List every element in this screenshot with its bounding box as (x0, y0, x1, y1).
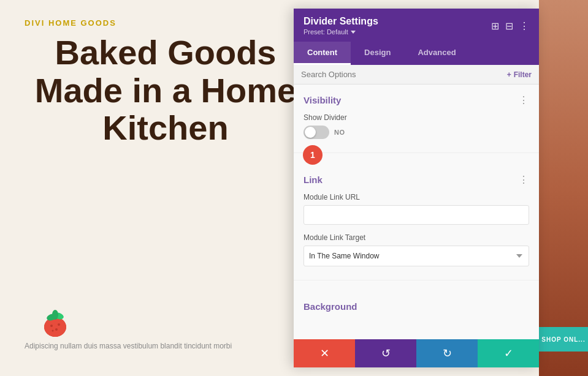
panel-title: Divider Settings (304, 16, 378, 27)
panel-bottom-bar: ✕ ↺ ↻ ✓ (294, 339, 539, 367)
filter-icon: + (507, 70, 511, 79)
svg-point-3 (55, 328, 58, 331)
preset-selector[interactable]: Preset: Default (304, 28, 378, 36)
filter-button[interactable]: + Filter (507, 70, 532, 79)
shop-online-bar[interactable]: SHOP ONL... (539, 327, 588, 352)
filter-label: Filter (514, 70, 532, 79)
save-button[interactable]: ✓ (478, 339, 539, 367)
panel-header: Divider Settings Preset: Default ⊞ ⊟ ⋮ (294, 9, 539, 42)
visibility-section-menu-icon[interactable]: ⋮ (519, 94, 529, 106)
module-link-url-input[interactable] (304, 205, 529, 225)
brand-label: DIVI HOME GOODS (25, 18, 116, 28)
tab-advanced-label: Advanced (418, 48, 456, 57)
visibility-section-header: Visibility ⋮ (304, 94, 529, 106)
svg-point-8 (52, 310, 58, 320)
section-spacer (294, 153, 539, 164)
layout-icon[interactable]: ⊟ (505, 20, 513, 32)
step-badge: 1 (303, 145, 323, 165)
module-link-url-row: Module Link URL (304, 193, 529, 225)
undo-icon: ↺ (381, 347, 391, 360)
link-section: Link ⋮ Module Link URL Module Link Targe… (294, 164, 539, 280)
module-link-target-row: Module Link Target In The Same Window In… (304, 233, 529, 266)
module-link-target-select[interactable]: In The Same Window In The New Tab (304, 246, 529, 266)
preset-label: Preset: Default (304, 28, 348, 36)
visibility-section-title: Visibility (304, 95, 341, 105)
toggle-knob (305, 127, 316, 138)
tab-content[interactable]: Content (294, 42, 351, 65)
save-icon: ✓ (504, 347, 513, 360)
page-title: Baked Goods Made in a Home Kitchen (25, 34, 307, 147)
settings-panel: Divider Settings Preset: Default ⊞ ⊟ ⋮ C… (294, 9, 539, 367)
undo-button[interactable]: ↺ (355, 339, 416, 367)
show-divider-row: Show Divider NO (304, 113, 529, 139)
panel-header-left: Divider Settings Preset: Default (304, 16, 378, 36)
link-section-title: Link (304, 175, 323, 185)
panel-tabs: Content Design Advanced (294, 42, 539, 65)
more-options-icon[interactable]: ⋮ (519, 20, 529, 32)
cancel-icon: ✕ (320, 347, 329, 360)
show-divider-toggle-wrapper: NO (304, 126, 529, 139)
search-input[interactable] (301, 70, 424, 79)
redo-button[interactable]: ↻ (416, 339, 478, 367)
svg-point-1 (44, 317, 66, 337)
link-section-header: Link ⋮ (304, 174, 529, 186)
toggle-value-label: NO (334, 129, 345, 136)
search-bar: + Filter (294, 65, 539, 85)
section-spacer-2 (294, 280, 539, 291)
tab-design[interactable]: Design (351, 42, 404, 65)
panel-header-icons: ⊞ ⊟ ⋮ (491, 20, 529, 32)
footer-text: Adipiscing nullam duis massa vestibulum … (25, 341, 294, 352)
panel-body: Visibility ⋮ Show Divider NO Link ⋮ (294, 85, 539, 339)
background-section-peek: Background (294, 291, 539, 314)
tab-advanced[interactable]: Advanced (404, 42, 469, 65)
desktop-icon[interactable]: ⊞ (491, 20, 499, 32)
tab-content-label: Content (307, 48, 337, 57)
background-section-title: Background (304, 301, 529, 312)
module-link-url-label: Module Link URL (304, 193, 529, 201)
show-divider-toggle[interactable] (304, 126, 329, 139)
visibility-section: Visibility ⋮ Show Divider NO (294, 85, 539, 153)
module-link-target-label: Module Link Target (304, 233, 529, 242)
svg-point-2 (50, 325, 53, 327)
tab-design-label: Design (364, 48, 391, 57)
svg-point-4 (58, 323, 60, 326)
show-divider-label: Show Divider (304, 113, 529, 122)
right-decoration: SHOP ONL... (539, 0, 588, 376)
shop-online-label: SHOP ONL... (541, 336, 585, 343)
strawberry-decoration (37, 303, 74, 339)
redo-icon: ↻ (443, 347, 452, 360)
link-section-menu-icon[interactable]: ⋮ (519, 174, 529, 186)
cancel-button[interactable]: ✕ (294, 339, 355, 367)
step-number: 1 (310, 150, 315, 160)
svg-point-5 (52, 330, 54, 332)
chevron-down-icon (351, 31, 356, 34)
